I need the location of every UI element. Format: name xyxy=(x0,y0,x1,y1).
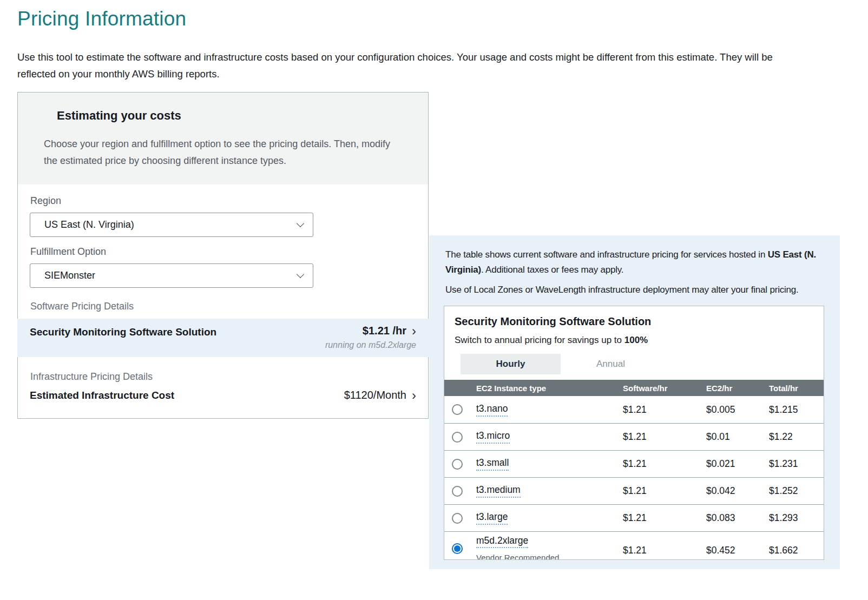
chevron-right-icon[interactable]: › xyxy=(412,390,416,401)
total-hr-value: $1.22 xyxy=(769,431,824,443)
table-row[interactable]: t3.small $1.21 $0.021 $1.231 xyxy=(444,450,824,477)
ec2-hr-value: $0.042 xyxy=(706,485,769,497)
software-price: $1.21 /hr xyxy=(363,325,406,337)
ec2-hr-value: $0.021 xyxy=(706,458,769,470)
pricing-panel-note-1: The table shows current software and inf… xyxy=(445,247,836,278)
software-hr-value: $1.21 xyxy=(623,431,706,443)
software-running-note: running on m5d.2xlarge xyxy=(325,340,416,350)
ec2-hr-value: $0.01 xyxy=(706,431,769,443)
chevron-right-icon[interactable]: › xyxy=(412,326,416,337)
instance-name-link[interactable]: t3.small xyxy=(476,457,509,471)
fulfillment-selected-value: SIEMonster xyxy=(44,270,95,281)
instance-name-link[interactable]: t3.medium xyxy=(476,484,521,498)
infrastructure-pricing-section-label: Infrastructure Pricing Details xyxy=(30,371,416,383)
estimator-card-header: Estimating your costs Choose your region… xyxy=(18,93,428,184)
page-intro: Use this tool to estimate the software a… xyxy=(17,49,812,82)
estimator-card: Estimating your costs Choose your region… xyxy=(17,92,429,419)
chevron-down-icon xyxy=(297,220,304,227)
region-label: Region xyxy=(30,195,416,207)
software-price-block: $1.21 /hr › running on m5d.2xlarge xyxy=(325,325,416,350)
estimator-title: Estimating your costs xyxy=(57,109,406,123)
radio-m5d-2xlarge[interactable] xyxy=(452,543,463,554)
vendor-recommended-note: Vendor Recommended xyxy=(476,553,559,560)
pricing-card-savings: Switch to annual pricing for savings up … xyxy=(455,335,824,346)
software-hr-value: $1.21 xyxy=(623,458,706,470)
column-header-software: Software/hr xyxy=(623,384,706,393)
software-hr-value: $1.21 xyxy=(623,404,706,416)
table-row[interactable]: t3.nano $1.21 $0.005 $1.215 xyxy=(444,396,824,423)
instance-pricing-table: EC2 Instance type Software/hr EC2/hr Tot… xyxy=(444,380,824,560)
ec2-hr-value: $0.005 xyxy=(706,404,769,416)
infrastructure-cost-name: Estimated Infrastructure Cost xyxy=(30,390,174,401)
fulfillment-label: Fulfillment Option xyxy=(30,246,416,258)
radio-t3-large[interactable] xyxy=(452,513,463,524)
chevron-down-icon xyxy=(297,271,304,278)
table-row[interactable]: t3.micro $1.21 $0.01 $1.22 xyxy=(444,423,824,450)
instance-name-link[interactable]: t3.nano xyxy=(476,403,508,417)
radio-t3-medium[interactable] xyxy=(452,486,463,497)
region-selected-value: US East (N. Virginia) xyxy=(44,219,134,230)
instance-name-link[interactable]: m5d.2xlarge xyxy=(476,535,528,548)
savings-percent: 100% xyxy=(624,335,648,345)
software-pricing-section-label: Software Pricing Details xyxy=(30,301,416,312)
pricing-period-tabs: Hourly Annual xyxy=(461,354,824,374)
page-title: Pricing Information xyxy=(17,8,868,30)
table-header-row: EC2 Instance type Software/hr EC2/hr Tot… xyxy=(444,380,824,396)
software-pricing-card: Security Monitoring Software Solution Sw… xyxy=(444,306,824,560)
instance-name-link[interactable]: t3.micro xyxy=(476,430,510,444)
software-hr-value: $1.21 xyxy=(623,532,706,556)
software-pricing-row[interactable]: Security Monitoring Software Solution $1… xyxy=(17,319,429,357)
infrastructure-cost-price: $1120/Month xyxy=(344,389,406,401)
total-hr-value: $1.662 xyxy=(769,532,824,556)
instance-name-link[interactable]: t3.large xyxy=(476,511,508,525)
software-name: Security Monitoring Software Solution xyxy=(30,325,216,340)
pricing-panel-note-2: Use of Local Zones or WaveLength infrast… xyxy=(445,282,836,298)
column-header-total: Total/hr xyxy=(769,384,824,393)
pricing-panel: The table shows current software and inf… xyxy=(429,235,840,569)
ec2-hr-value: $0.083 xyxy=(706,512,769,524)
total-hr-value: $1.231 xyxy=(769,458,824,470)
estimator-description: Choose your region and fulfillment optio… xyxy=(44,136,406,169)
tab-annual[interactable]: Annual xyxy=(561,354,661,374)
column-header-instance: EC2 Instance type xyxy=(444,384,623,393)
total-hr-value: $1.252 xyxy=(769,485,824,497)
pricing-card-title: Security Monitoring Software Solution xyxy=(455,315,824,328)
table-row[interactable]: t3.large $1.21 $0.083 $1.293 xyxy=(444,504,824,531)
ec2-hr-value: $0.452 xyxy=(706,532,769,556)
table-row-selected[interactable]: m5d.2xlarge Vendor Recommended $1.21 $0.… xyxy=(444,531,824,560)
column-header-ec2: EC2/hr xyxy=(706,384,769,393)
region-select[interactable]: US East (N. Virginia) xyxy=(30,213,313,237)
infrastructure-cost-row[interactable]: Estimated Infrastructure Cost $1120/Mont… xyxy=(30,389,416,401)
software-hr-value: $1.21 xyxy=(623,485,706,497)
total-hr-value: $1.215 xyxy=(769,404,824,416)
radio-t3-small[interactable] xyxy=(452,459,463,470)
total-hr-value: $1.293 xyxy=(769,512,824,524)
table-row[interactable]: t3.medium $1.21 $0.042 $1.252 xyxy=(444,477,824,504)
fulfillment-select[interactable]: SIEMonster xyxy=(30,263,313,288)
estimator-card-body: Region US East (N. Virginia) Fulfillment… xyxy=(18,184,428,416)
software-hr-value: $1.21 xyxy=(623,512,706,524)
radio-t3-nano[interactable] xyxy=(452,404,463,415)
tab-hourly[interactable]: Hourly xyxy=(461,354,561,374)
radio-t3-micro[interactable] xyxy=(452,432,463,443)
